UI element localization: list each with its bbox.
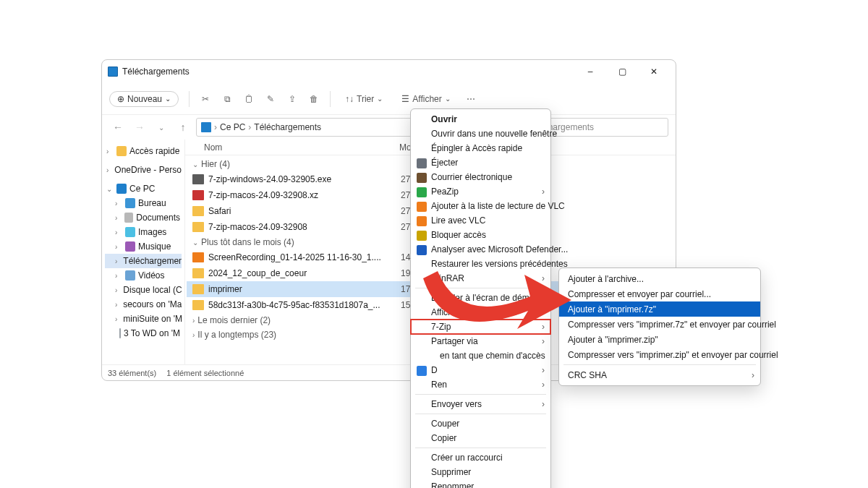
sort-icon: ↑↓ [345,94,354,104]
exe-icon [192,174,204,184]
sidebar-item-label: Téléchargemen [123,256,182,266]
sidebar-item-label: Musique [138,241,171,252]
chevron-down-icon: ⌄ [192,239,198,247]
plus-icon: ⊕ [117,94,124,104]
sub-compress-email[interactable]: Compresser et envoyer par courriel... [559,286,760,301]
ctx-delete[interactable]: Supprimer [411,465,550,479]
ctx-block[interactable]: Bloquer accès [411,228,550,242]
sub-crc-sha[interactable]: CRC SHA [559,367,760,382]
documents-icon [124,213,133,223]
images-icon [125,227,135,237]
sidebar-item-netdrive[interactable]: ›secours on 'Ma [105,297,182,312]
sidebar-item-label: Bureau [138,198,166,208]
sidebar-item-quick[interactable]: ›Accès rapide [105,144,182,158]
sub-add-7z[interactable]: Ajouter à "imprimer.7z" [559,301,760,317]
folder-icon [108,67,118,77]
sidebar-item-images[interactable]: ›Images [105,225,182,239]
sidebar: ›Accès rapide ›OneDrive - Perso ⌄Ce PC ›… [102,140,185,364]
ctx-cut[interactable]: Couper [411,416,550,431]
cut-icon[interactable]: ✂ [200,93,211,105]
archive-icon [192,190,204,200]
status-selected: 1 élément sélectionné [166,369,244,377]
ctx-ren[interactable]: Ren [411,377,550,392]
forward-button[interactable]: → [131,121,148,133]
view-button[interactable]: ☰ Afficher ⌄ [397,91,454,107]
ctx-open[interactable]: Ouvrir [411,112,550,127]
sidebar-item-documents[interactable]: ›Documents [105,210,182,225]
sidebar-item-musique[interactable]: ›Musique [105,239,182,254]
maximize-button[interactable]: ▢ [606,61,638,82]
chevron-down-icon: ⌄ [192,160,198,168]
sub-compress-zip-email[interactable]: Compresser vers "imprimer.zip" et envoye… [559,347,760,362]
sub-add-archive[interactable]: Ajouter à l'archive... [559,271,760,286]
sidebar-item-label: Documents [136,213,180,223]
ctx-open-new-window[interactable]: Ouvrir dans une nouvelle fenêtre [411,127,550,141]
ctx-peazip[interactable]: PeaZip [411,184,550,199]
ctx-send-to[interactable]: Envoyer vers [411,397,550,411]
sidebar-item-label: secours on 'Ma [123,299,182,309]
sidebar-item-bureau[interactable]: ›Bureau [105,196,182,210]
ctx-vlc-play[interactable]: Lire avec VLC [411,213,550,228]
ctx-pin-quick[interactable]: Épingler à Accès rapide [411,141,550,155]
titlebar: Téléchargements – ▢ ✕ [102,60,676,83]
sidebar-item-label: Vidéos [138,270,164,281]
minimize-button[interactable]: – [574,61,606,82]
ctx-sep [415,414,546,414]
copy-icon[interactable]: ⧉ [221,93,233,105]
sidebar-item-cepc[interactable]: ⌄Ce PC [105,181,182,196]
ctx-rename[interactable]: Renommer [411,479,550,488]
back-button[interactable]: ← [109,121,127,133]
sidebar-item-netdrive[interactable]: 3 To WD on 'M [105,326,182,341]
close-button[interactable]: ✕ [638,61,670,82]
ctx-label: Ouvrir [431,114,457,124]
ctx-share-via[interactable]: Partager via [411,334,550,348]
ctx-d[interactable]: D [411,363,550,377]
col-name[interactable]: Nom [204,142,399,153]
sidebar-item-downloads[interactable]: ›Téléchargemen [105,254,182,268]
ctx-show-finder[interactable]: Afficher dans le Finder [411,305,550,320]
chevron-right-icon: › [192,317,195,325]
ctx-7zip[interactable]: 7-Zip [411,320,550,334]
chevron-down-icon: ⌄ [377,95,383,103]
rename-icon[interactable]: ✎ [265,93,276,105]
ctx-vlc-add[interactable]: Ajouter à la liste de lecture de VLC [411,199,550,213]
sidebar-item-disk[interactable]: ›Disque local (C [105,283,182,297]
sidebar-item-videos[interactable]: ›Vidéos [105,268,182,283]
sidebar-item-label: OneDrive - Perso [114,165,182,175]
vlc-icon [192,252,204,262]
group-label: Plus tôt dans le mois (4) [201,237,294,247]
sort-button[interactable]: ↑↓ Trier ⌄ [341,91,387,107]
chevron-down-icon: ⌄ [165,95,171,103]
folder-icon [192,300,204,310]
folder-icon [192,206,204,216]
up-button[interactable]: ↑ [174,121,192,133]
ctx-email[interactable]: Courrier électronique [411,170,550,184]
ctx-winrar[interactable]: WinRAR [411,271,550,286]
crumb-pc[interactable]: Ce PC [220,122,245,132]
ctx-eject[interactable]: Éjecter [411,155,550,170]
ctx-restore[interactable]: Restaurer les versions précédentes [411,257,550,271]
new-button[interactable]: ⊕ Nouveau ⌄ [109,91,179,107]
recent-dropdown[interactable]: ⌄ [153,124,170,132]
delete-icon[interactable]: 🗑︎ [308,93,320,105]
chevron-right-icon: › [248,122,251,132]
view-label: Afficher [412,94,441,104]
folder-icon [201,122,211,132]
sidebar-item-label: Images [138,227,166,237]
group-label: Il y a longtemps (23) [197,330,276,340]
sub-add-zip[interactable]: Ajouter à "imprimer.zip" [559,332,760,347]
ctx-pin-start[interactable]: Épingler à l'écran de démarrage [411,291,550,305]
sidebar-item-onedrive[interactable]: ›OneDrive - Perso [105,163,182,177]
paste-icon[interactable]: 📋︎ [243,93,255,105]
sidebar-item-label: 3 To WD on 'M [124,328,180,338]
ctx-shortcut[interactable]: Créer un raccourci [411,450,550,465]
ctx-copy-path[interactable]: en tant que chemin d'accès [411,348,550,363]
sidebar-item-label: miniSuite on 'M [123,314,182,324]
ctx-defender[interactable]: Analyser avec Microsoft Defender... [411,242,550,257]
sidebar-item-netdrive[interactable]: ›miniSuite on 'M [105,312,182,326]
ctx-copy[interactable]: Copier [411,431,550,445]
share-icon[interactable]: ⇪ [286,93,298,105]
more-icon[interactable]: ⋯ [465,93,477,105]
crumb-folder[interactable]: Téléchargements [254,122,321,132]
sub-compress-7z-email[interactable]: Compresser vers "imprimer.7z" et envoyer… [559,317,760,332]
